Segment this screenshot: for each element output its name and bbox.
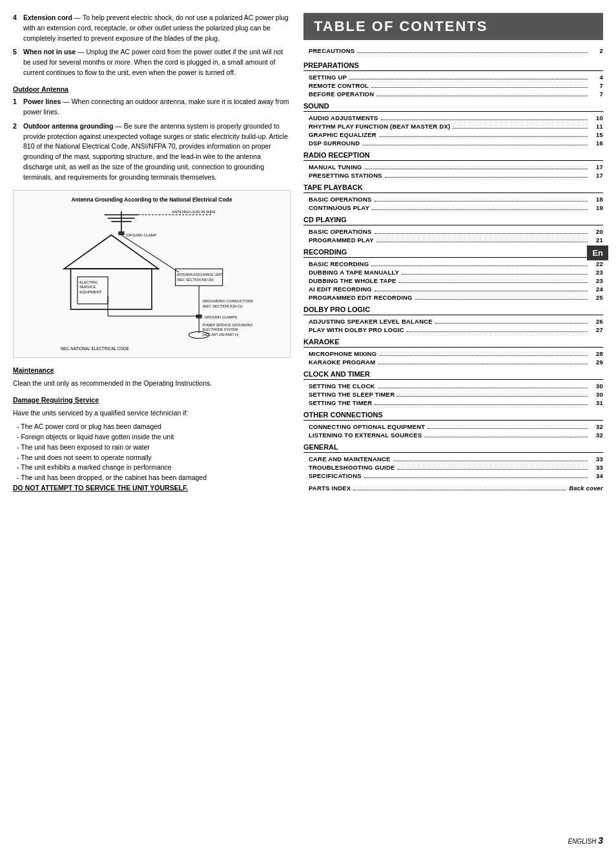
toc-page-3-1: 19 <box>590 204 603 211</box>
outdoor-item-2-num: 2 <box>13 121 21 183</box>
toc-sections: PREPARATIONSSETTING UP4REMOTE CONTROL7BE… <box>303 61 603 480</box>
toc-dots-9-0 <box>427 423 588 429</box>
toc-page-7-1: 29 <box>590 359 603 366</box>
toc-dots-2-0 <box>365 163 588 169</box>
damage-section: Damage Requiring Service Have the units … <box>13 395 291 494</box>
outdoor-item-2: 2 Outdoor antenna grounding — Be sure th… <box>13 121 291 183</box>
damage-warning: DO NOT ATTEMPT TO SERVICE THE UNIT YOURS… <box>13 483 291 494</box>
toc-entry-label-2-0: MANUAL TUNING <box>309 163 362 171</box>
toc-entry-1-1: RHYTHM PLAY FUNCTION (BEAT MASTER DX)11 <box>303 122 603 130</box>
toc-dots-5-0 <box>371 260 588 266</box>
toc-page-5-4: 25 <box>590 294 603 301</box>
toc-section-10: GENERALCARE AND MAINTENANCE33TROUBLESHOO… <box>303 443 603 480</box>
toc-section-title-10: GENERAL <box>303 443 603 453</box>
toc-entry-label-10-1: TROUBLESHOOTING GUIDE <box>309 464 395 471</box>
toc-section-title-9: OTHER CONNECTIONS <box>303 411 603 421</box>
maintenance-text: Clean the unit only as recommended in th… <box>13 379 291 389</box>
toc-entry-label-10-0: CARE AND MAINTENANCE <box>309 455 391 463</box>
damage-title: Damage Requiring Service <box>13 395 291 406</box>
toc-entry-8-2: SETTING THE TIMER31 <box>303 399 603 407</box>
item-4-num: 4 <box>13 13 21 43</box>
maintenance-section: Maintenance Clean the unit only as recom… <box>13 366 291 389</box>
toc-page-7-0: 28 <box>590 350 603 357</box>
toc-dots-1-2 <box>379 131 588 137</box>
toc-page-8-2: 31 <box>590 399 603 406</box>
toc-entry-label-1-1: RHYTHM PLAY FUNCTION (BEAT MASTER DX) <box>309 123 450 130</box>
footer: ENGLISH 3 <box>568 835 603 846</box>
toc-page-1-3: 16 <box>590 140 603 147</box>
toc-entry-label-1-2: GRAPHIC EQUALIZER <box>309 131 376 138</box>
toc-dots-5-2 <box>399 277 588 283</box>
precautions-dots <box>357 47 588 53</box>
toc-section-8: CLOCK AND TIMERSETTING THE CLOCK30SETTIN… <box>303 370 603 407</box>
svg-text:NEC-NATIONAL ELECTRICAL CODE: NEC-NATIONAL ELECTRICAL CODE <box>61 346 129 351</box>
toc-dots-1-1 <box>453 123 588 129</box>
toc-entry-5-0: BASIC RECORDING22 <box>303 260 603 268</box>
svg-text:ELECTRODE SYSTEM: ELECTRODE SYSTEM <box>202 328 238 331</box>
toc-entry-label-6-1: PLAY WITH DOLBY PRO LOGIC <box>309 326 404 333</box>
toc-entry-label-3-1: CONTINUOUS PLAY <box>309 204 369 211</box>
precautions-page: 2 <box>590 47 603 54</box>
toc-page-8-0: 30 <box>590 382 603 390</box>
toc-entry-label-10-2: SPECIFICATIONS <box>309 472 362 479</box>
damage-list: The AC power cord or plug has been damag… <box>13 422 291 483</box>
svg-text:GROUNDING CONDUCTORS: GROUNDING CONDUCTORS <box>202 299 253 303</box>
toc-entry-0-1: REMOTE CONTROL7 <box>303 81 603 90</box>
toc-entry-10-1: TROUBLESHOOTING GUIDE33 <box>303 463 603 472</box>
toc-page-9-0: 32 <box>590 423 603 430</box>
toc-entry-label-4-1: PROGRAMMED PLAY <box>309 236 374 244</box>
svg-text:(NEC ART 250 PART H): (NEC ART 250 PART H) <box>202 333 238 337</box>
toc-dots-6-1 <box>407 326 588 332</box>
outdoor-item-1-bold: Power lines <box>23 98 61 105</box>
toc-page-5-1: 23 <box>590 269 603 276</box>
toc-entry-7-0: MICROPHONE MIXING28 <box>303 349 603 358</box>
toc-section-7: KARAOKEMICROPHONE MIXING28KARAOKE PROGRA… <box>303 338 603 366</box>
footer-page: 3 <box>598 835 603 846</box>
item-5: 5 When not in use — Unplug the AC power … <box>13 47 291 78</box>
svg-text:GROUND CLAMPS: GROUND CLAMPS <box>205 315 238 319</box>
damage-item-3: The unit has been exposed to rain or wat… <box>17 443 291 453</box>
toc-entry-0-0: SETTING UP4 <box>303 73 603 81</box>
toc-page-2-1: 17 <box>590 172 603 179</box>
toc-section-title-7: KARAOKE <box>303 338 603 348</box>
precautions-label: PRECAUTIONS <box>309 47 354 54</box>
svg-marker-0 <box>64 235 158 269</box>
toc-page-5-3: 24 <box>590 286 603 293</box>
parts-index-label: PARTS INDEX <box>309 485 351 492</box>
toc-entry-1-2: GRAPHIC EQUALIZER15 <box>303 130 603 139</box>
toc-section-2: RADIO RECEPTIONMANUAL TUNING17PRESETTING… <box>303 151 603 180</box>
svg-rect-12 <box>119 232 124 235</box>
antenna-svg: ELECTRIC SERVICE EQUIPMENT ANTENNA LEAD … <box>19 208 285 357</box>
outdoor-item-1-text: Power lines — When connecting an outdoor… <box>23 97 291 118</box>
toc-page-5-0: 22 <box>590 260 603 267</box>
footer-label: ENGLISH <box>568 838 597 845</box>
toc-dots-4-0 <box>375 228 588 234</box>
toc-dots-7-1 <box>378 359 588 364</box>
parts-index-dots <box>353 485 566 490</box>
damage-item-2: Foreign objects or liquid have gotten in… <box>17 432 291 443</box>
toc-entry-6-0: ADJUSTING SPEAKER LEVEL BALANCE26 <box>303 317 603 326</box>
toc-entry-label-8-1: SETTING THE SLEEP TIMER <box>309 391 395 398</box>
toc-entry-label-1-0: AUDIO ADJUSTMENTS <box>309 114 378 121</box>
svg-text:ANTENNA LEAD IN WIRE: ANTENNA LEAD IN WIRE <box>172 210 216 214</box>
toc-section-title-3: TAPE PLAYBACK <box>303 183 603 193</box>
toc-page-5-2: 23 <box>590 277 603 284</box>
item-5-bold: When not in use <box>23 48 76 56</box>
toc-entry-8-0: SETTING THE CLOCK30 <box>303 382 603 390</box>
outdoor-item-2-rest: — Be sure the antenna system is properly… <box>23 122 288 181</box>
toc-entry-9-0: CONNECTING OPTIONAL EQUIPMENT32 <box>303 422 603 431</box>
toc-entry-5-4: PROGRAMMED EDIT RECORDING25 <box>303 293 603 302</box>
damage-item-6: The unit has been dropped, or the cabine… <box>17 473 291 483</box>
outdoor-item-1-num: 1 <box>13 97 21 118</box>
toc-page-1-1: 11 <box>590 123 603 130</box>
toc-dots-5-3 <box>375 286 588 291</box>
toc-section-title-1: SOUND <box>303 102 603 112</box>
toc-dots-4-1 <box>376 236 588 242</box>
toc-dots-9-1 <box>424 432 588 437</box>
toc-entry-9-1: LISTENING TO EXTERNAL SOURCES32 <box>303 431 603 439</box>
toc-entry-3-1: CONTINUOUS PLAY19 <box>303 203 603 212</box>
left-column: 4 Extension cord — To help prevent elect… <box>13 13 291 852</box>
toc-dots-7-0 <box>379 350 588 356</box>
svg-line-14 <box>121 235 179 273</box>
toc-entry-label-8-0: SETTING THE CLOCK <box>309 382 375 390</box>
